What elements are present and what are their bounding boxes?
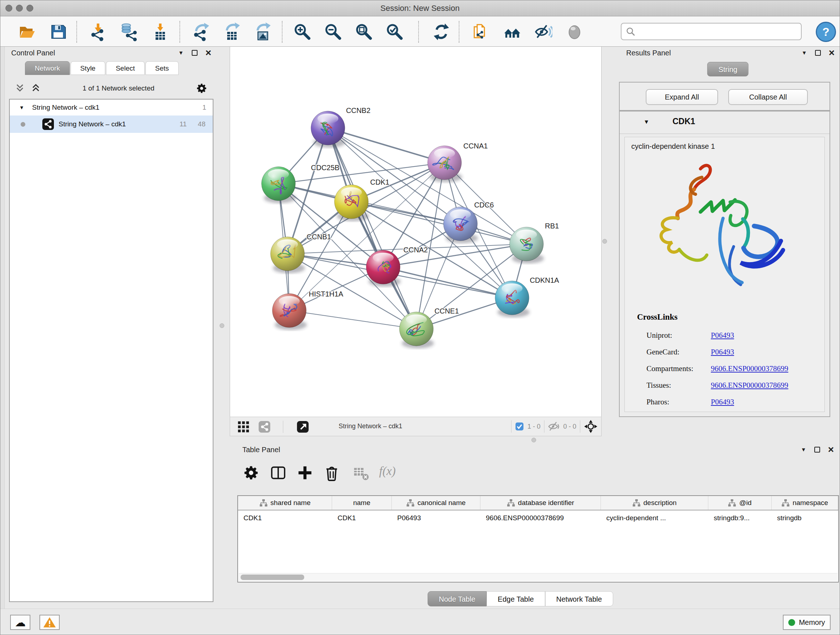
open-session-button[interactable] — [17, 22, 37, 42]
table-row[interactable]: CDK1CDK1P064939606.ENSP00000378699cyclin… — [238, 510, 838, 526]
tab-select[interactable]: Select — [106, 61, 145, 75]
share-document-button[interactable] — [471, 22, 491, 42]
collapse-all-button[interactable]: Collapse All — [728, 89, 808, 105]
import-network-database-button[interactable] — [118, 22, 138, 42]
crosslink-link[interactable]: P06493 — [711, 348, 734, 356]
network-view-icon[interactable] — [258, 421, 271, 433]
column-header-id[interactable]: @id — [708, 496, 772, 510]
edge-CCNB2-CCNA1[interactable] — [328, 128, 444, 163]
tab-string[interactable]: String — [707, 62, 748, 76]
node-CDC25B[interactable]: CDC25B — [262, 164, 339, 203]
network-collection-row[interactable]: ▼ String Network – cdk1 1 — [10, 100, 213, 116]
panel-close-icon[interactable]: × — [828, 447, 834, 453]
crosslink-link[interactable]: 9606.ENSP00000378699 — [711, 364, 788, 373]
results-actions-box: Expand All Collapse All — [619, 82, 830, 111]
home-button[interactable] — [502, 22, 522, 42]
column-header-name[interactable]: name — [332, 496, 392, 510]
crosslink-link[interactable]: P06493 — [711, 397, 734, 407]
birdseye-crosshair-icon[interactable] — [584, 420, 598, 433]
edge-HIST1H1A-CCNE1[interactable] — [289, 310, 416, 329]
edge-CCNA2-CDKN1A[interactable] — [383, 267, 512, 298]
current-network-title: String Network – cdk1 — [339, 417, 402, 435]
tree-expander-icon[interactable]: ▼ — [19, 105, 24, 111]
table-hscroll-thumb[interactable] — [240, 575, 304, 580]
save-session-button[interactable] — [49, 22, 68, 42]
gear-icon[interactable] — [196, 82, 208, 94]
crosslink-link[interactable]: 9606.ENSP00000378699 — [711, 381, 788, 390]
gene-header-row[interactable]: ▼ CDK1 — [620, 111, 829, 134]
panel-close-icon[interactable]: × — [829, 50, 835, 56]
panel-float-icon[interactable] — [814, 447, 820, 453]
panel-float-icon[interactable] — [815, 50, 821, 56]
show-columns-icon[interactable] — [270, 464, 286, 481]
network-row-selected[interactable]: String Network – cdk1 11 48 — [10, 116, 213, 133]
tab-network-table[interactable]: Network Table — [545, 591, 613, 606]
import-network-file-button[interactable] — [88, 22, 108, 42]
window-zoom-button[interactable] — [27, 5, 33, 11]
help-button[interactable]: ? — [816, 22, 836, 42]
right-splitter-handle[interactable] — [602, 239, 607, 244]
hidden-eye-slash-icon[interactable] — [548, 421, 560, 432]
network-view-canvas[interactable]: CCNB2CCNA1CDC25BCDK1CDC6RB1CCNB1CCNA2CDK… — [230, 47, 602, 417]
delete-table-icon[interactable] — [353, 464, 370, 481]
expand-all-button[interactable]: Expand All — [646, 89, 718, 105]
appearance-button[interactable] — [565, 22, 584, 42]
network-graph[interactable]: CCNB2CCNA1CDC25BCDK1CDC6RB1CCNB1CCNA2CDK… — [230, 47, 601, 417]
status-bar: ☁ Memory — [0, 608, 840, 635]
node-CCNA2[interactable]: CCNA2 — [366, 246, 428, 287]
table-cell: stringdb:9... — [708, 514, 772, 522]
node-HIST1H1A[interactable]: HIST1H1A — [272, 290, 344, 330]
window-close-button[interactable] — [5, 5, 12, 11]
export-table-button[interactable] — [222, 22, 242, 42]
zoom-in-button[interactable] — [293, 22, 312, 42]
tab-network[interactable]: Network — [25, 61, 70, 75]
delete-column-trash-icon[interactable] — [324, 464, 340, 481]
tab-node-table[interactable]: Node Table — [428, 591, 486, 606]
selected-checkbox-icon[interactable] — [515, 422, 524, 431]
tab-sets[interactable]: Sets — [145, 61, 179, 75]
node-CCNB2[interactable]: CCNB2 — [311, 106, 370, 147]
zoom-selected-button[interactable] — [385, 22, 404, 42]
panel-menu-icon[interactable]: ▼ — [178, 50, 184, 56]
panel-float-icon[interactable] — [192, 50, 197, 56]
column-header-shared-name[interactable]: shared name — [238, 496, 332, 510]
tab-style[interactable]: Style — [71, 61, 105, 75]
column-header-database-identifier[interactable]: database identifier — [480, 496, 601, 510]
column-header-description[interactable]: description — [601, 496, 708, 510]
node-RB1[interactable]: RB1 — [509, 222, 559, 263]
zoom-fit-button[interactable] — [354, 22, 374, 42]
edge-CCNB2-CCNE1[interactable] — [328, 128, 416, 329]
node-CCNA1[interactable]: CCNA1 — [428, 142, 488, 182]
panel-menu-icon[interactable]: ▼ — [802, 50, 807, 56]
memory-button[interactable]: Memory — [783, 615, 831, 630]
export-image-button[interactable] — [253, 22, 272, 42]
table-cell: 9606.ENSP00000378699 — [480, 514, 601, 522]
node-CDC6[interactable]: CDC6 — [444, 201, 494, 243]
add-column-plus-icon[interactable] — [297, 464, 313, 481]
zoom-out-button[interactable] — [324, 22, 343, 42]
column-header-namespace[interactable]: namespace — [772, 496, 838, 510]
function-builder-button[interactable]: f(x) — [379, 464, 396, 478]
export-network-button[interactable] — [191, 22, 211, 42]
refresh-button[interactable] — [431, 22, 451, 42]
tab-edge-table[interactable]: Edge Table — [486, 591, 545, 606]
warnings-button[interactable] — [39, 615, 60, 630]
collapse-all-icon[interactable] — [15, 83, 25, 93]
import-table-button[interactable] — [150, 22, 170, 42]
left-splitter-handle[interactable] — [219, 323, 224, 328]
panel-menu-icon[interactable]: ▼ — [801, 447, 806, 453]
hide-unhide-button[interactable] — [533, 22, 553, 42]
node-CDKN1A[interactable]: CDKN1A — [495, 276, 559, 317]
detach-view-icon[interactable] — [297, 421, 309, 433]
crosslink-link[interactable]: P06493 — [711, 331, 734, 340]
cloud-button[interactable]: ☁ — [10, 615, 30, 630]
window-minimize-button[interactable] — [16, 5, 23, 11]
gene-expander-icon[interactable]: ▼ — [644, 119, 649, 125]
expand-all-icon[interactable] — [31, 83, 41, 93]
search-input[interactable] — [639, 27, 797, 36]
column-header-canonical-name[interactable]: canonical name — [392, 496, 480, 510]
grid-view-icon[interactable] — [237, 421, 249, 433]
table-settings-gear-icon[interactable] — [243, 464, 260, 481]
panel-close-icon[interactable]: × — [205, 50, 211, 56]
bottom-splitter-handle[interactable] — [531, 438, 536, 442]
